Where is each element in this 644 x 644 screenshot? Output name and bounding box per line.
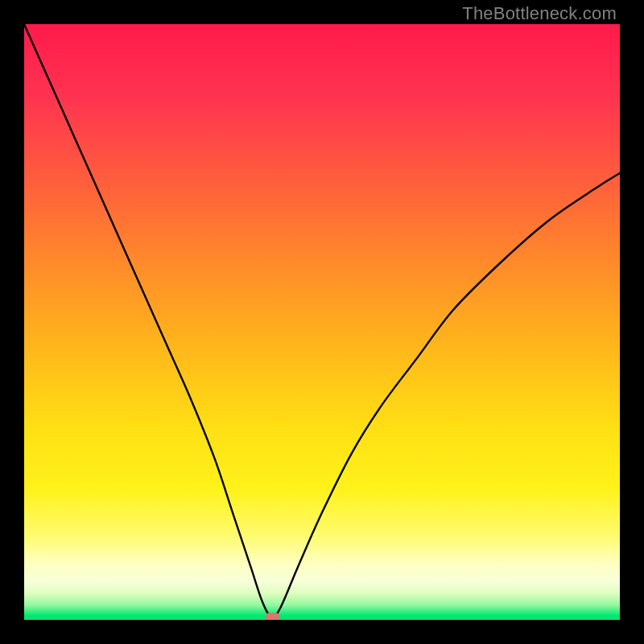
watermark-text: TheBottleneck.com xyxy=(462,3,617,24)
outer-frame: TheBottleneck.com xyxy=(0,0,644,644)
plot-area xyxy=(24,24,620,620)
curve-layer xyxy=(24,24,620,620)
minimum-marker xyxy=(266,613,280,620)
bottleneck-curve xyxy=(24,24,620,617)
